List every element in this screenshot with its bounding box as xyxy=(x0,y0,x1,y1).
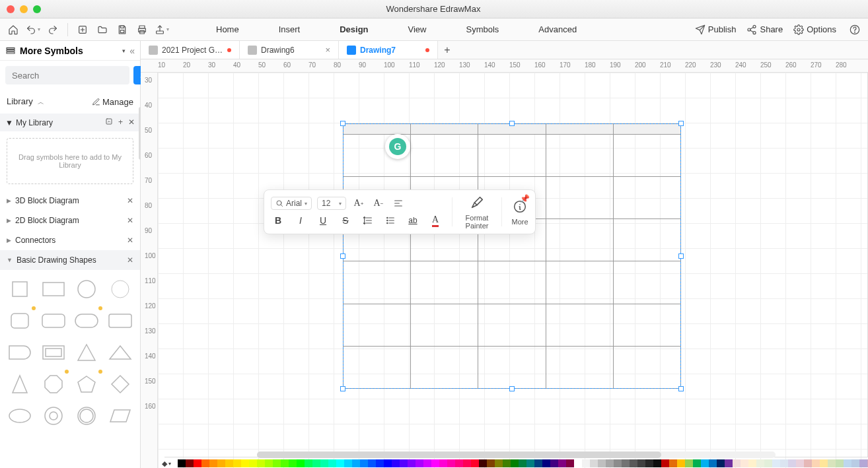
resize-handle[interactable] xyxy=(678,253,684,259)
color-swatch[interactable] xyxy=(265,459,273,467)
color-swatch[interactable] xyxy=(281,459,289,467)
close-icon[interactable]: ✕ xyxy=(127,236,133,245)
category-3d-block[interactable]: ▶3D Block Diagram✕ xyxy=(0,191,140,211)
category-2d-block[interactable]: ▶2D Block Diagram✕ xyxy=(0,211,140,230)
color-swatch[interactable] xyxy=(653,459,661,467)
color-swatch[interactable] xyxy=(225,459,233,467)
color-swatch[interactable] xyxy=(297,459,305,467)
font-size-dropdown[interactable]: 12 ▾ xyxy=(317,197,346,210)
my-library-section[interactable]: ▼ My Library + ✕ xyxy=(0,114,140,131)
color-swatch[interactable] xyxy=(463,459,471,467)
save-icon[interactable] xyxy=(114,22,130,38)
minimize-window-icon[interactable] xyxy=(20,5,28,13)
close-window-icon[interactable] xyxy=(7,5,15,13)
resize-handle[interactable] xyxy=(340,253,345,259)
shape-ellipse[interactable] xyxy=(7,403,34,428)
color-swatch[interactable] xyxy=(503,459,511,467)
shape-donut[interactable] xyxy=(40,403,67,428)
color-swatch[interactable] xyxy=(534,459,542,467)
close-tab-icon[interactable]: × xyxy=(325,45,330,55)
color-swatch[interactable] xyxy=(471,459,479,467)
shape-triangle[interactable] xyxy=(73,340,100,365)
color-swatch[interactable] xyxy=(289,459,297,467)
library-drop-area[interactable]: Drag symbols here to add to My Library xyxy=(7,138,133,184)
color-swatch[interactable] xyxy=(725,459,733,467)
menu-symbols[interactable]: Symbols xyxy=(466,24,499,34)
strikethrough-icon[interactable]: S xyxy=(338,213,353,228)
color-swatch[interactable] xyxy=(796,459,804,467)
color-swatch[interactable] xyxy=(320,459,328,467)
color-swatch[interactable] xyxy=(844,459,851,467)
color-swatch[interactable] xyxy=(741,459,748,467)
resize-handle[interactable] xyxy=(678,386,684,391)
color-swatch[interactable] xyxy=(550,459,558,467)
color-swatch[interactable] xyxy=(645,459,653,467)
color-swatch[interactable] xyxy=(764,459,772,467)
color-swatch[interactable] xyxy=(431,459,439,467)
color-swatch[interactable] xyxy=(328,459,336,467)
increase-font-icon[interactable]: A+ xyxy=(351,196,366,211)
bullet-list-icon[interactable] xyxy=(383,213,398,228)
color-swatch[interactable] xyxy=(717,459,725,467)
color-swatch[interactable] xyxy=(859,459,867,467)
color-swatch[interactable] xyxy=(392,459,400,467)
color-swatch[interactable] xyxy=(416,459,423,467)
color-swatch[interactable] xyxy=(630,459,637,467)
drawing-canvas[interactable]: G 📌 Arial ▾ 12 ▾ xyxy=(158,73,868,468)
open-icon[interactable] xyxy=(94,22,110,38)
color-swatch[interactable] xyxy=(273,459,281,467)
library-label[interactable]: Library ︿ xyxy=(7,96,44,107)
new-icon[interactable] xyxy=(75,22,90,38)
close-icon[interactable]: ✕ xyxy=(127,196,133,205)
color-swatch[interactable] xyxy=(241,459,249,467)
shape-ellipse-thin[interactable] xyxy=(107,277,134,302)
color-swatch[interactable] xyxy=(447,459,455,467)
color-swatch[interactable] xyxy=(558,459,566,467)
shape-stadium[interactable] xyxy=(73,308,100,333)
horizontal-scrollbar[interactable] xyxy=(257,451,776,458)
text-case-icon[interactable]: ab xyxy=(406,213,420,228)
color-swatch[interactable] xyxy=(622,459,630,467)
color-swatch[interactable] xyxy=(693,459,701,467)
resize-handle[interactable] xyxy=(509,386,515,391)
color-swatch[interactable] xyxy=(352,459,360,467)
color-swatch[interactable] xyxy=(178,459,186,467)
export-icon[interactable]: ▾ xyxy=(154,22,170,38)
color-swatch[interactable] xyxy=(201,459,209,467)
shape-pentagon[interactable] xyxy=(73,372,100,397)
color-swatch[interactable] xyxy=(408,459,416,467)
color-swatch[interactable] xyxy=(249,459,257,467)
color-swatch[interactable] xyxy=(685,459,693,467)
color-swatch[interactable] xyxy=(669,459,677,467)
color-swatch[interactable] xyxy=(661,459,669,467)
color-swatch[interactable] xyxy=(812,459,820,467)
color-swatch[interactable] xyxy=(851,459,859,467)
line-spacing-icon[interactable] xyxy=(361,213,375,228)
color-swatch[interactable] xyxy=(748,459,756,467)
selected-table-shape[interactable] xyxy=(343,123,681,389)
close-library-icon[interactable]: ✕ xyxy=(128,117,135,127)
menu-home[interactable]: Home xyxy=(216,24,239,34)
color-swatch[interactable] xyxy=(439,459,447,467)
color-swatch[interactable] xyxy=(820,459,828,467)
shape-rounded-rect2[interactable] xyxy=(107,308,134,333)
shape-octagon[interactable] xyxy=(40,372,67,397)
color-swatch[interactable] xyxy=(344,459,352,467)
add-tab-button[interactable]: + xyxy=(438,41,456,59)
color-swatch[interactable] xyxy=(614,459,622,467)
color-swatch[interactable] xyxy=(574,459,582,467)
color-swatch[interactable] xyxy=(487,459,495,467)
color-swatch[interactable] xyxy=(305,459,312,467)
shape-diamond[interactable] xyxy=(107,372,134,397)
color-swatch[interactable] xyxy=(804,459,812,467)
close-icon[interactable]: ✕ xyxy=(127,255,133,265)
print-icon[interactable] xyxy=(134,22,150,38)
fill-dropdown-icon[interactable]: ◆▾ xyxy=(162,459,171,468)
color-swatch[interactable] xyxy=(384,459,392,467)
color-swatch[interactable] xyxy=(233,459,241,467)
color-swatch[interactable] xyxy=(756,459,764,467)
menu-view[interactable]: View xyxy=(408,24,427,34)
document-tab-active[interactable]: Drawing7 xyxy=(339,41,438,59)
collapse-sidebar-icon[interactable]: « xyxy=(129,46,135,56)
color-swatch[interactable] xyxy=(194,459,201,467)
